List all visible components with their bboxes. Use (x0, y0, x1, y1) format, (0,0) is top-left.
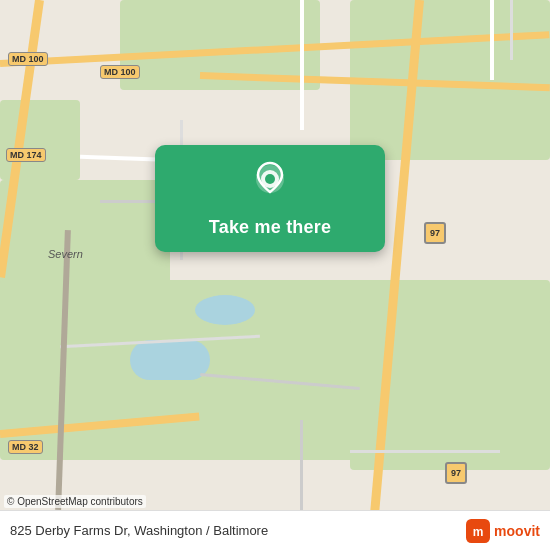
local-road-6 (300, 0, 304, 130)
severn-label: Severn (48, 248, 83, 260)
route97-badge-1: 97 (424, 222, 446, 244)
map-container: MD 100 MD 100 MD 174 MD 32 97 97 Severn … (0, 0, 550, 550)
moovit-icon: m (466, 519, 490, 543)
local-road-7 (490, 0, 494, 80)
md100-label-2: MD 100 (100, 65, 140, 79)
location-pin-icon (246, 159, 294, 207)
water-body (195, 295, 255, 325)
svg-text:m: m (473, 525, 484, 539)
water-body-2 (130, 340, 210, 380)
local-road-10 (350, 450, 500, 453)
address-text: 825 Derby Farms Dr, Washington / Baltimo… (10, 523, 268, 538)
md32-label: MD 32 (8, 440, 43, 454)
osm-attribution: © OpenStreetMap contributors (4, 495, 146, 508)
local-road-9 (300, 420, 303, 520)
local-road-8 (510, 0, 513, 60)
route97-badge-2: 97 (445, 462, 467, 484)
svg-point-2 (265, 174, 275, 184)
moovit-text: moovit (494, 523, 540, 539)
cta-card[interactable]: Take me there (155, 145, 385, 252)
md100-label-1: MD 100 (8, 52, 48, 66)
moovit-logo: m moovit (466, 519, 540, 543)
bottom-bar: 825 Derby Farms Dr, Washington / Baltimo… (0, 510, 550, 550)
md174-label: MD 174 (6, 148, 46, 162)
take-me-there-button[interactable]: Take me there (209, 217, 331, 238)
